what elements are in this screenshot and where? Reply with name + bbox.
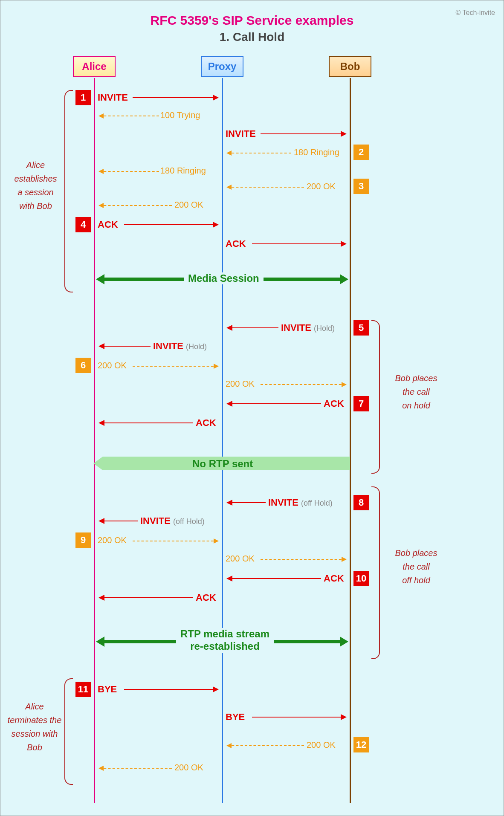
msg-num-6: 6	[75, 358, 91, 373]
arrow-200-12f	[99, 768, 172, 769]
msg-ack-7: ACK	[324, 398, 344, 409]
msg-num-2: 2	[353, 145, 369, 160]
phase-label-2: Bob places the call on hold	[384, 371, 448, 412]
resp-200-12f: 200 OK	[174, 763, 203, 773]
title-line-1: RFC 5359's SIP Service examples	[0, 13, 504, 28]
brace-phase-1	[64, 90, 73, 292]
lifeline-alice	[94, 78, 95, 803]
arrow-bye-11	[124, 689, 218, 690]
phase-label-3: Bob places the call off hold	[384, 546, 448, 587]
arrow-180-pa	[99, 171, 159, 172]
msg-num-7: 7	[353, 396, 369, 411]
arrow-200-pa	[99, 205, 172, 206]
msg-num-1: 1	[75, 90, 91, 105]
lifeline-proxy	[222, 78, 223, 803]
msg-invite-5: INVITE (Hold)	[281, 322, 335, 333]
msg-label-1: INVITE	[98, 92, 128, 103]
msg-num-12: 12	[353, 737, 369, 752]
arrow-100trying	[99, 116, 159, 116]
media-session-label: Media Session	[184, 272, 264, 284]
msg-invite-pb: INVITE	[226, 128, 256, 139]
msg-invite-5f: INVITE (Hold)	[153, 341, 207, 352]
arrow-200-9f	[261, 559, 346, 560]
msg-invite-8f: INVITE (off Hold)	[140, 515, 205, 527]
msg-num-4: 4	[75, 217, 91, 232]
msg-ack-7f: ACK	[196, 417, 216, 428]
participant-proxy: Proxy	[201, 56, 243, 77]
resp-200-pa: 200 OK	[174, 200, 203, 210]
msg-invite-8: INVITE (off Hold)	[268, 497, 333, 508]
arrow-ack-10f	[99, 597, 193, 598]
arrow-invite-5	[227, 327, 278, 328]
arrow-1	[133, 97, 218, 98]
msg-num-8: 8	[353, 495, 369, 510]
participant-alice: Alice	[73, 56, 116, 77]
resp-180-bp: 180 Ringing	[294, 148, 339, 157]
brace-phase-3	[371, 486, 380, 659]
arrow-ack-7	[227, 403, 321, 404]
resp-100trying: 100 Trying	[160, 110, 200, 120]
resp-200-9f: 200 OK	[226, 554, 255, 564]
msg-bye-11f: BYE	[226, 712, 245, 723]
rtp-reest-label: RTP media stream re-established	[176, 628, 274, 653]
msg-ack-4: ACK	[98, 219, 118, 230]
msg-ack-10f: ACK	[196, 592, 216, 603]
resp-200-12: 200 OK	[307, 740, 336, 750]
resp-200-bp: 200 OK	[307, 182, 336, 191]
msg-ack-10: ACK	[324, 573, 344, 584]
arrow-invite-8f	[99, 521, 138, 521]
resp-180-pa: 180 Ringing	[160, 166, 206, 176]
msg-num-9: 9	[75, 532, 91, 548]
arrow-200-bp	[227, 187, 304, 188]
arrow-ack-pb	[252, 243, 346, 244]
participant-bob: Bob	[329, 56, 371, 77]
arrow-invite-8	[227, 502, 266, 503]
arrow-ack-4	[124, 224, 218, 225]
lifeline-bob	[350, 78, 351, 803]
resp-200-9: 200 OK	[98, 535, 127, 545]
arrow-200-6f	[261, 384, 346, 385]
arrow-200-9	[133, 541, 218, 541]
msg-num-11: 11	[75, 682, 91, 697]
brace-phase-2	[371, 320, 380, 474]
arrow-200-6	[133, 366, 218, 367]
arrow-bye-11f	[252, 717, 346, 718]
phase-label-1: Alice establishes a session with Bob	[7, 158, 64, 213]
arrow-ack-10	[227, 578, 321, 579]
arrow-invite-pb	[261, 133, 346, 134]
brace-phase-4	[64, 678, 73, 785]
phase-label-4: Alice terminates the session with Bob	[5, 700, 64, 754]
msg-num-10: 10	[353, 571, 369, 586]
title-line-2: 1. Call Hold	[0, 30, 504, 44]
msg-num-5: 5	[353, 320, 369, 336]
sequence-diagram: © Tech-invite RFC 5359's SIP Service exa…	[0, 0, 504, 816]
arrow-180-bp	[227, 153, 291, 153]
arrow-200-12	[227, 745, 304, 746]
msg-bye-11: BYE	[98, 684, 117, 695]
arrow-invite-5f	[99, 346, 151, 347]
msg-ack-pb: ACK	[226, 238, 246, 249]
nortp-label: No RTP sent	[192, 458, 253, 470]
arrow-ack-7f	[99, 422, 193, 423]
resp-200-6f: 200 OK	[226, 379, 255, 389]
resp-200-6: 200 OK	[98, 361, 127, 370]
msg-num-3: 3	[353, 179, 369, 194]
